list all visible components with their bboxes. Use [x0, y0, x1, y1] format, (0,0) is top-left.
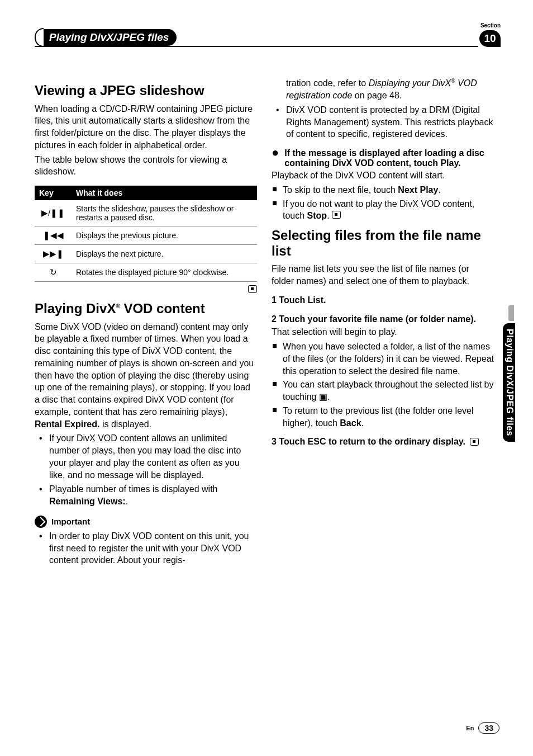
italic-text: Displaying your DivX — [369, 78, 451, 88]
side-gray-mark — [508, 305, 514, 321]
text: . — [327, 392, 330, 401]
list-item: DivX VOD content is protected by a DRM (… — [272, 104, 494, 140]
bold-text: Remaining Views: — [49, 497, 126, 506]
language-code: En — [466, 725, 474, 731]
heading-selecting-files: Selecting files from the file name list — [272, 228, 494, 258]
paragraph: File name list lets you see the list of … — [272, 263, 494, 287]
next-icon: ▶▶❚ — [35, 245, 72, 263]
page-number: 33 — [478, 722, 499, 734]
list-item: If your DivX VOD content allows an unlim… — [35, 432, 257, 481]
bold-text: Next Play — [398, 185, 438, 195]
page: Playing DivX/JPEG files Section 10 Viewi… — [0, 0, 533, 756]
text: . — [438, 185, 440, 195]
left-column: Viewing a JPEG slideshow When loading a … — [35, 77, 257, 571]
important-icon — [35, 516, 47, 528]
text: tration code, refer to — [286, 78, 369, 88]
play-pause-icon: ▶/❚❚ — [35, 200, 72, 226]
chapter-tab: Playing DivX/JPEG files — [35, 28, 177, 47]
list-item: To skip to the next file, touch Next Pla… — [272, 184, 494, 196]
paragraph: Some DivX VOD (video on demand) content … — [35, 321, 257, 431]
side-tab-label: Playing DivX/JPEG files — [503, 323, 515, 442]
page-header: Playing DivX/JPEG files Section 10 — [35, 22, 501, 48]
table-row: ▶▶❚Displays the next picture. — [35, 245, 257, 263]
list-item: If you do not want to play the DivX VOD … — [272, 198, 494, 223]
paragraph: That selection will begin to play. — [272, 326, 494, 338]
bullet-list: DivX VOD content is protected by a DRM (… — [272, 104, 494, 140]
paragraph: The table below shows the controls for v… — [35, 154, 257, 178]
list-item: When you have selected a folder, a list … — [272, 341, 494, 377]
side-thumb-tab: Playing DivX/JPEG files — [503, 305, 515, 456]
continuation-text: tration code, refer to Displaying your D… — [286, 77, 494, 102]
bold-text: If the message is displayed after loadin… — [284, 148, 494, 168]
registered-mark: ® — [451, 78, 455, 84]
text: . — [327, 211, 329, 220]
text: Playable number of times is displayed wi… — [49, 484, 217, 494]
table-header-desc: What it does — [72, 186, 257, 200]
tab-bracket — [35, 28, 44, 47]
header-rule — [35, 46, 478, 47]
square-bullet-list: To skip to the next file, touch Next Pla… — [272, 184, 494, 222]
bullet-icon: ● — [272, 148, 279, 168]
rotate-icon: ↻ — [35, 263, 72, 282]
text: To return to the previous list (the fold… — [283, 406, 474, 428]
heading-text: VOD content — [120, 301, 205, 316]
bullet-list: If your DivX VOD content allows an unlim… — [35, 432, 257, 508]
stop-icon — [248, 285, 257, 293]
content-columns: Viewing a JPEG slideshow When loading a … — [35, 77, 501, 571]
chapter-title: Playing DivX/JPEG files — [44, 29, 177, 46]
text: To skip to the next file, touch — [283, 185, 398, 195]
registered-mark: ® — [116, 303, 120, 309]
paragraph: Playback of the DivX VOD content will st… — [272, 169, 494, 182]
important-callout: Important — [35, 516, 257, 528]
procedure-heading: ●If the message is displayed after loadi… — [272, 148, 494, 168]
bold-text: Back — [340, 418, 361, 428]
list-item: Playable number of times is displayed wi… — [35, 483, 257, 508]
cell: Displays the next picture. — [72, 245, 257, 263]
step-3: 3 Touch ESC to return to the ordinary di… — [272, 436, 494, 448]
table-row: ❚◀◀Displays the previous picture. — [35, 226, 257, 245]
stop-icon — [332, 211, 341, 219]
text: . — [126, 497, 128, 506]
table-header-key: Key — [35, 186, 72, 200]
bold-text: 3 Touch ESC to return to the ordinary di… — [272, 437, 465, 446]
step-2: 2 Touch your favorite file name (or fold… — [272, 313, 494, 325]
cell: Starts the slideshow, pauses the slidesh… — [72, 200, 257, 226]
text: Some DivX VOD (video on demand) content … — [35, 322, 254, 417]
bullet-list: In order to play DivX VOD content on thi… — [35, 530, 257, 566]
table-row: ↻Rotates the displayed picture 90° clock… — [35, 263, 257, 282]
step-1: 1 Touch List. — [272, 294, 494, 306]
play-all-icon: ▣ — [319, 392, 327, 401]
cell: Rotates the displayed picture 90° clockw… — [72, 263, 257, 282]
important-label: Important — [51, 517, 90, 526]
prev-icon: ❚◀◀ — [35, 226, 72, 245]
square-bullet-list: When you have selected a folder, a list … — [272, 341, 494, 429]
heading-viewing-jpeg: Viewing a JPEG slideshow — [35, 83, 257, 98]
page-footer: En 33 — [466, 722, 499, 734]
text: on page 48. — [352, 91, 402, 100]
list-item: To return to the previous list (the fold… — [272, 405, 494, 429]
paragraph: When loading a CD/CD-R/RW containing JPE… — [35, 103, 257, 152]
section-end-mark — [35, 285, 257, 295]
stop-icon — [470, 438, 479, 446]
heading-text: Playing DivX — [35, 301, 116, 316]
heading-divx-vod: Playing DivX® VOD content — [35, 301, 257, 316]
bold-text: Stop — [307, 211, 327, 220]
bold-text: Rental Expired. — [35, 419, 99, 429]
cell: Displays the previous picture. — [72, 226, 257, 245]
slideshow-controls-table: Key What it does ▶/❚❚Starts the slidesho… — [35, 186, 257, 282]
table-row: ▶/❚❚Starts the slideshow, pauses the sli… — [35, 200, 257, 226]
text: . — [361, 418, 364, 428]
section-number-badge: 10 — [479, 30, 501, 47]
list-item: You can start playback throughout the se… — [272, 379, 494, 403]
section-label: Section — [480, 22, 501, 29]
list-item: In order to play DivX VOD content on thi… — [35, 530, 257, 566]
right-column: tration code, refer to Displaying your D… — [272, 77, 494, 571]
text: You can start playback throughout the se… — [283, 380, 493, 401]
text: is displayed. — [99, 419, 151, 429]
